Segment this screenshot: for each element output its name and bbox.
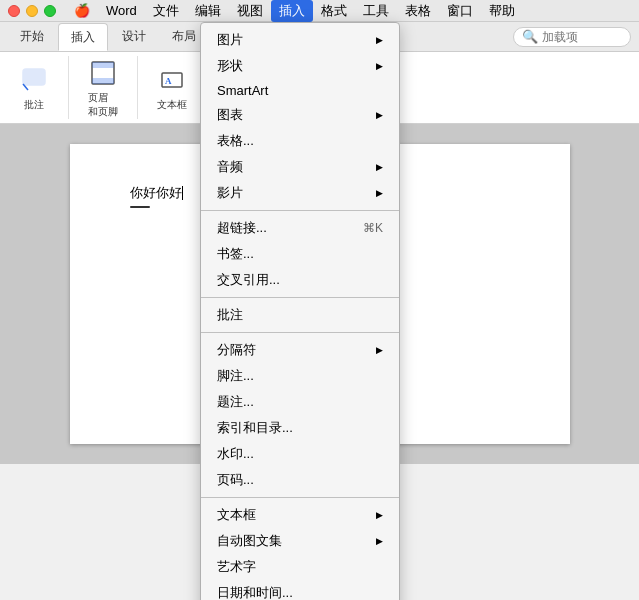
menu-item-索引和目录[interactable]: 索引和目录...	[201, 415, 399, 441]
menu-item-label: 水印...	[217, 445, 254, 463]
menu-separator	[201, 297, 399, 298]
menu-item-label: 脚注...	[217, 367, 254, 385]
menu-item-音频[interactable]: 音频▶	[201, 154, 399, 180]
menu-item-label: 音频	[217, 158, 243, 176]
menu-item-批注[interactable]: 批注	[201, 302, 399, 328]
menu-item-label: 页码...	[217, 471, 254, 489]
menu-item-label: 图表	[217, 106, 243, 124]
insert-dropdown-menu: 图片▶形状▶SmartArt图表▶表格...音频▶影片▶超链接...⌘K书签..…	[200, 22, 400, 600]
menu-item-分隔符[interactable]: 分隔符▶	[201, 337, 399, 363]
submenu-arrow-icon: ▶	[376, 510, 383, 520]
submenu-arrow-icon: ▶	[376, 345, 383, 355]
menu-item-脚注[interactable]: 脚注...	[201, 363, 399, 389]
menu-item-label: 日期和时间...	[217, 584, 293, 600]
menu-item-书签[interactable]: 书签...	[201, 241, 399, 267]
menu-item-label: 索引和目录...	[217, 419, 293, 437]
menu-item-表格[interactable]: 表格...	[201, 128, 399, 154]
submenu-arrow-icon: ▶	[376, 162, 383, 172]
menu-item-页码[interactable]: 页码...	[201, 467, 399, 493]
menu-item-自动图文集[interactable]: 自动图文集▶	[201, 528, 399, 554]
menu-item-日期和时间[interactable]: 日期和时间...	[201, 580, 399, 600]
menu-item-水印[interactable]: 水印...	[201, 441, 399, 467]
menu-item-label: 图片	[217, 31, 243, 49]
menu-item-label: 题注...	[217, 393, 254, 411]
menu-item-形状[interactable]: 形状▶	[201, 53, 399, 79]
menu-item-label: 文本框	[217, 506, 256, 524]
menu-item-label: SmartArt	[217, 83, 268, 98]
menu-item-超链接[interactable]: 超链接...⌘K	[201, 215, 399, 241]
menu-separator	[201, 497, 399, 498]
menu-item-label: 影片	[217, 184, 243, 202]
menu-item-label: 交叉引用...	[217, 271, 280, 289]
menu-item-label: 形状	[217, 57, 243, 75]
menu-item-图片[interactable]: 图片▶	[201, 27, 399, 53]
menu-item-交叉引用[interactable]: 交叉引用...	[201, 267, 399, 293]
menu-overlay: 图片▶形状▶SmartArt图表▶表格...音频▶影片▶超链接...⌘K书签..…	[0, 0, 639, 600]
menu-item-label: 分隔符	[217, 341, 256, 359]
menu-shortcut: ⌘K	[363, 221, 383, 235]
menu-item-label: 表格...	[217, 132, 254, 150]
menu-item-图表[interactable]: 图表▶	[201, 102, 399, 128]
menu-item-label: 超链接...	[217, 219, 267, 237]
menu-item-label: 艺术字	[217, 558, 256, 576]
submenu-arrow-icon: ▶	[376, 61, 383, 71]
menu-item-SmartArt[interactable]: SmartArt	[201, 79, 399, 102]
menu-item-label: 书签...	[217, 245, 254, 263]
submenu-arrow-icon: ▶	[376, 110, 383, 120]
menu-separator	[201, 332, 399, 333]
submenu-arrow-icon: ▶	[376, 35, 383, 45]
menu-item-文本框[interactable]: 文本框▶	[201, 502, 399, 528]
submenu-arrow-icon: ▶	[376, 536, 383, 546]
menu-item-影片[interactable]: 影片▶	[201, 180, 399, 206]
menu-item-艺术字[interactable]: 艺术字	[201, 554, 399, 580]
menu-item-label: 自动图文集	[217, 532, 282, 550]
submenu-arrow-icon: ▶	[376, 188, 383, 198]
menu-separator	[201, 210, 399, 211]
menu-item-label: 批注	[217, 306, 243, 324]
menu-item-题注[interactable]: 题注...	[201, 389, 399, 415]
